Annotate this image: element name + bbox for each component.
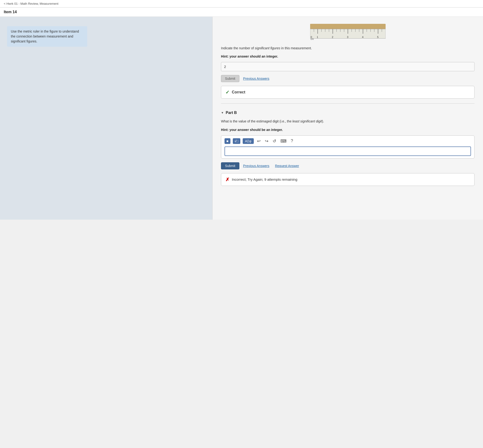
main-layout: Use the metric ruler in the figure to un… — [0, 17, 483, 220]
svg-text:2: 2 — [332, 36, 333, 39]
triangle-icon: ▼ — [221, 111, 224, 114]
svg-text:cm: cm — [311, 38, 314, 40]
part-a-btn-row: Submit Previous Answers — [221, 75, 475, 82]
left-panel: Use the metric ruler in the figure to un… — [0, 17, 213, 220]
correct-label: Correct — [232, 90, 245, 94]
part-a-submit-button[interactable]: Submit — [221, 75, 239, 82]
x-icon: ✗ — [225, 177, 230, 182]
math-toolbar-container: ■ √□ ΑΣφ ↩ ↪ ↺ ⌨ ? — [221, 136, 475, 159]
part-b-label: Part B — [226, 111, 237, 115]
check-icon: ✓ — [225, 89, 230, 95]
part-b-previous-answers-link[interactable]: Previous Answers — [243, 164, 269, 168]
part-a-question: Indicate the number of significant figur… — [221, 46, 475, 51]
svg-text:4: 4 — [362, 36, 364, 39]
redo-button[interactable]: ↪ — [264, 138, 269, 144]
svg-text:3: 3 — [347, 36, 348, 39]
top-bar: < Hwrk 01 - Math Review, Measurement — [0, 0, 483, 8]
svg-text:5: 5 — [377, 36, 379, 39]
math-fraction-button[interactable]: ■ — [224, 138, 230, 144]
help-button[interactable]: ? — [290, 138, 294, 144]
refresh-button[interactable]: ↺ — [272, 138, 277, 144]
part-b-btn-row: Submit Previous Answers Request Answer — [221, 162, 475, 169]
math-sqrt-button[interactable]: √□ — [233, 138, 240, 144]
math-symbol-button[interactable]: ΑΣφ — [243, 138, 254, 144]
part-b-header: ▼ Part B — [221, 111, 475, 115]
part-b-math-input[interactable] — [224, 146, 471, 156]
math-toolbar-row: ■ √□ ΑΣφ ↩ ↪ ↺ ⌨ ? — [224, 138, 471, 144]
ruler-image: 0 1 2 3 4 5 cm — [221, 24, 475, 40]
svg-text:1: 1 — [317, 36, 318, 39]
breadcrumb-link[interactable]: < Hwrk 01 - Math Review, Measurement — [4, 2, 58, 5]
incorrect-box: ✗ Incorrect; Try Again; 9 attempts remai… — [221, 173, 475, 186]
incorrect-label: Incorrect; Try Again; 9 attempts remaini… — [232, 177, 297, 181]
part-b-hint: Hint: your answer should be an integer. — [221, 128, 475, 132]
problem-description: Use the metric ruler in the figure to un… — [7, 26, 87, 47]
part-b-submit-button[interactable]: Submit — [221, 162, 239, 169]
undo-button[interactable]: ↩ — [256, 138, 261, 144]
item-label: Item 14 — [0, 8, 483, 17]
correct-box: ✓ Correct — [221, 86, 475, 99]
divider — [221, 103, 475, 104]
part-a-previous-answers-link[interactable]: Previous Answers — [243, 77, 269, 80]
part-b-question: What is the value of the estimaged digit… — [221, 119, 475, 124]
keyboard-button[interactable]: ⌨ — [279, 138, 287, 144]
part-a-hint: Hint: your answer should an integer. — [221, 55, 475, 58]
svg-rect-0 — [310, 24, 386, 29]
part-a-answer-input[interactable] — [221, 62, 475, 71]
ruler-svg: 0 1 2 3 4 5 cm — [310, 24, 386, 40]
request-answer-link[interactable]: Request Answer — [275, 164, 299, 168]
right-panel: 0 1 2 3 4 5 cm Indicate the number of si… — [213, 17, 483, 220]
